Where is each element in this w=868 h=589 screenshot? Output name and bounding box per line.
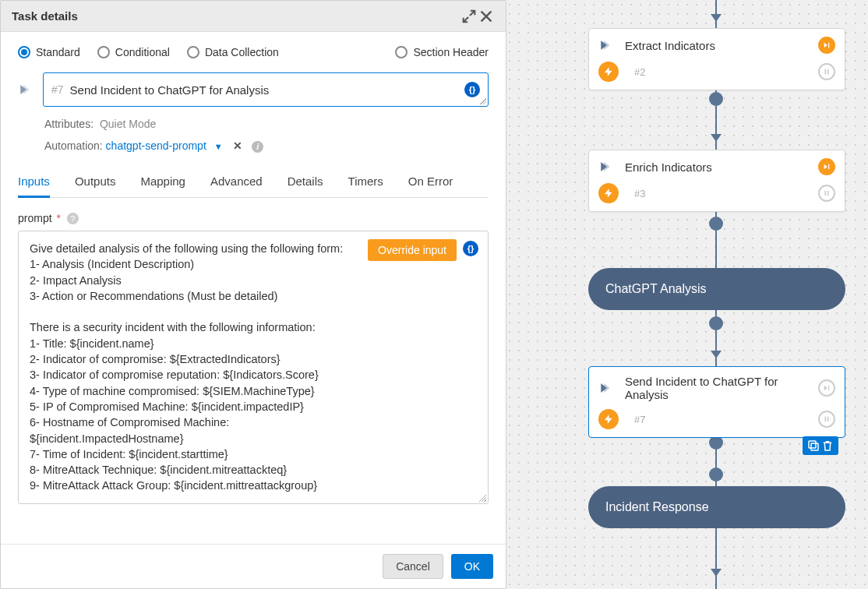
flow-connector-dot: [709, 467, 723, 481]
help-icon[interactable]: ?: [67, 213, 79, 224]
pause-icon[interactable]: [818, 63, 835, 80]
pause-icon[interactable]: [818, 185, 835, 202]
node-action-toolbar: [803, 436, 838, 455]
radio-icon: [97, 46, 110, 58]
node-number: #3: [634, 188, 807, 199]
braces-icon[interactable]: {}: [463, 241, 478, 256]
chevron-right-icon: [598, 37, 614, 53]
override-input-button[interactable]: Override input: [368, 239, 457, 261]
modal-title: Task details: [12, 9, 460, 23]
task-type-radio-row: Standard Conditional Data Collection Sec…: [18, 46, 489, 58]
modal-header: Task details: [1, 1, 506, 32]
skip-icon[interactable]: [818, 379, 835, 397]
automation-label: Automation:: [44, 139, 103, 152]
skip-icon[interactable]: [818, 37, 835, 54]
arrow-down-icon: [711, 569, 722, 577]
node-number: #2: [634, 66, 807, 78]
chevron-right-icon: [598, 380, 614, 396]
pause-icon[interactable]: [818, 411, 835, 428]
attributes-label: Attributes:: [44, 118, 94, 130]
flow-connector-dot: [709, 217, 723, 231]
radio-data-collection[interactable]: Data Collection: [187, 46, 279, 58]
radio-label: Conditional: [115, 46, 170, 58]
radio-standard[interactable]: Standard: [18, 46, 80, 58]
flow-node-extract-indicators[interactable]: Extract Indicators #2: [588, 28, 845, 90]
automation-bolt-icon: [598, 62, 619, 82]
node-title: Extract Indicators: [625, 39, 807, 52]
tab-timers[interactable]: Timers: [348, 167, 383, 197]
radio-icon: [187, 46, 199, 58]
tab-mapping[interactable]: Mapping: [140, 167, 185, 197]
radio-label: Standard: [36, 46, 80, 58]
chevron-right-icon: [598, 159, 614, 175]
tab-outputs[interactable]: Outputs: [75, 167, 116, 197]
required-asterisk: *: [56, 212, 60, 224]
tab-on-error[interactable]: On Error: [408, 167, 453, 197]
info-icon[interactable]: i: [252, 141, 263, 153]
task-name-input-wrap[interactable]: #7 {}: [43, 72, 489, 107]
section-title: ChatGPT Analysis: [605, 282, 707, 296]
delete-icon[interactable]: [820, 439, 834, 453]
node-title: Send Incident to ChatGPT for Analysis: [625, 375, 807, 401]
copy-icon[interactable]: [806, 439, 820, 453]
resize-handle-icon[interactable]: [480, 98, 486, 104]
chevron-down-icon[interactable]: ▼: [214, 142, 223, 151]
automation-bolt-icon: [598, 409, 619, 429]
radio-label: Section Header: [413, 46, 489, 58]
skip-icon[interactable]: [818, 158, 835, 175]
node-title: Enrich Indicators: [625, 160, 807, 174]
chevron-right-icon: [18, 82, 34, 97]
expand-icon[interactable]: [460, 8, 478, 25]
braces-icon[interactable]: {}: [464, 82, 480, 97]
flow-node-send-incident[interactable]: Send Incident to ChatGPT for Analysis #7: [588, 366, 845, 438]
cancel-button[interactable]: Cancel: [383, 554, 443, 579]
radio-section-header[interactable]: Section Header: [395, 46, 489, 58]
flow-connector-dot: [709, 92, 723, 106]
arrow-down-icon: [711, 134, 722, 142]
field-label-row: prompt * ?: [18, 212, 489, 225]
clear-automation-icon[interactable]: ✕: [233, 139, 242, 152]
resize-handle-icon[interactable]: [478, 494, 486, 502]
arrow-down-icon: [711, 14, 722, 22]
tab-advanced[interactable]: Advanced: [210, 167, 263, 197]
modal-footer: Cancel OK: [1, 544, 506, 588]
prompt-input[interactable]: Give detailed analysis of the following …: [18, 231, 489, 504]
automation-row: Automation: chatgpt-send-prompt ▼ ✕ i: [44, 139, 489, 153]
tabs: Inputs Outputs Mapping Advanced Details …: [18, 167, 489, 198]
flow-node-enrich-indicators[interactable]: Enrich Indicators #3: [588, 150, 845, 212]
close-icon[interactable]: [478, 8, 495, 25]
attributes-value: Quiet Mode: [100, 118, 156, 130]
task-number: #7: [51, 83, 64, 96]
section-incident-response[interactable]: Incident Response: [588, 486, 845, 528]
prompt-text[interactable]: Give detailed analysis of the following …: [30, 241, 477, 494]
radio-icon: [18, 46, 30, 58]
attributes-row: Attributes: Quiet Mode: [44, 118, 489, 130]
svg-rect-1: [809, 441, 816, 448]
task-name-input[interactable]: [70, 83, 464, 97]
workflow-canvas[interactable]: Extract Indicators #2 Enrich Indicators: [514, 0, 868, 589]
section-title: Incident Response: [605, 500, 709, 514]
svg-rect-0: [811, 443, 818, 450]
modal-body: Standard Conditional Data Collection Sec…: [1, 32, 506, 544]
tab-details[interactable]: Details: [288, 167, 323, 197]
field-label: prompt: [18, 212, 52, 224]
node-number: #7: [634, 414, 807, 425]
ok-button[interactable]: OK: [451, 554, 493, 579]
section-chatgpt-analysis[interactable]: ChatGPT Analysis: [588, 268, 845, 310]
arrow-down-icon: [711, 351, 722, 358]
radio-icon: [395, 46, 408, 58]
automation-bolt-icon: [598, 183, 619, 203]
radio-label: Data Collection: [205, 46, 279, 58]
tab-inputs[interactable]: Inputs: [18, 167, 50, 198]
flow-connector-dot: [709, 316, 723, 330]
automation-link[interactable]: chatgpt-send-prompt: [106, 139, 206, 152]
task-details-modal: Task details Standard Conditional Data C…: [0, 0, 506, 589]
task-name-row: #7 {}: [18, 72, 489, 107]
radio-conditional[interactable]: Conditional: [97, 46, 170, 58]
